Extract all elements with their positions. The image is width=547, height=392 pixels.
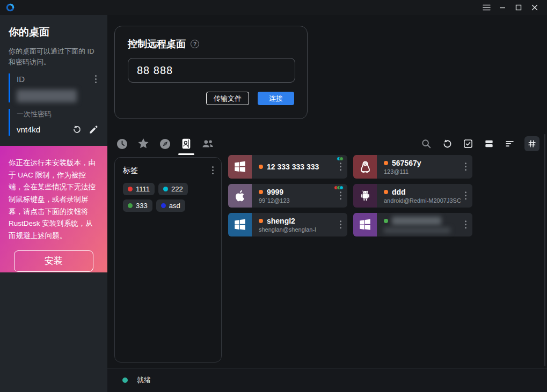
edit-password-icon[interactable] bbox=[89, 124, 99, 135]
tags-menu-icon[interactable] bbox=[210, 165, 216, 176]
peer-status-dot bbox=[384, 190, 388, 194]
linux-os-icon bbox=[353, 155, 377, 179]
peer-menu-icon[interactable] bbox=[338, 219, 344, 230]
peer-username: shenglan@shenglan-l bbox=[259, 226, 316, 233]
tab-favorites[interactable] bbox=[137, 137, 150, 150]
tab-group[interactable] bbox=[201, 137, 214, 150]
multi-select-icon[interactable] bbox=[462, 137, 475, 150]
peers-grid: 12 333 333 333 bbox=[228, 155, 547, 236]
help-icon[interactable]: ? bbox=[191, 40, 199, 48]
tag-chips: 1111 222 333 asd bbox=[123, 183, 216, 212]
peer-name: 9999 bbox=[267, 188, 283, 196]
close-button[interactable] bbox=[527, 0, 543, 15]
main-area: 控制远程桌面 ? 传输文件 连接 bbox=[107, 15, 547, 392]
install-button[interactable]: 安装 bbox=[14, 250, 93, 272]
group-icon bbox=[201, 137, 214, 150]
connect-card: 控制远程桌面 ? 传输文件 连接 bbox=[114, 26, 308, 119]
peer-status-dot bbox=[384, 161, 388, 165]
rustdesk-window: 你的桌面 你的桌面可以通过下面的 ID 和密码访问。 ID 一次性密码 vnt4… bbox=[0, 0, 547, 392]
peer-name-redacted bbox=[392, 217, 441, 225]
peer-menu-icon[interactable] bbox=[463, 190, 469, 201]
tag-color-dot bbox=[128, 203, 133, 208]
tag-chip[interactable]: asd bbox=[156, 199, 185, 212]
sort-icon[interactable] bbox=[504, 137, 516, 150]
minimize-button[interactable] bbox=[494, 0, 510, 15]
peer-name: 567567y bbox=[392, 159, 421, 167]
sidebar-title: 你的桌面 bbox=[9, 25, 99, 39]
peer-username: 123@111 bbox=[384, 168, 421, 175]
transfer-file-button[interactable]: 传输文件 bbox=[206, 92, 249, 105]
tag-color-dot bbox=[128, 187, 133, 191]
tab-address-book[interactable] bbox=[180, 137, 193, 150]
refresh-password-icon[interactable] bbox=[72, 124, 82, 135]
tag-chip[interactable]: 333 bbox=[123, 199, 152, 212]
windows-os-icon bbox=[353, 213, 377, 236]
peer-menu-icon[interactable] bbox=[338, 161, 344, 172]
tag-chip[interactable]: 222 bbox=[158, 183, 188, 195]
peer-name: shengl2 bbox=[267, 217, 295, 225]
tag-label: 333 bbox=[136, 202, 148, 210]
menu-icon[interactable] bbox=[478, 0, 494, 15]
recent-sessions-icon bbox=[116, 138, 128, 150]
tab-recent-sessions[interactable] bbox=[115, 137, 128, 150]
password-value: vnt4kd bbox=[17, 125, 65, 134]
scrollbar[interactable] bbox=[544, 134, 545, 366]
selected-tab-underline bbox=[178, 153, 194, 155]
address-book-icon bbox=[180, 137, 192, 150]
id-section: ID bbox=[9, 73, 99, 102]
windows-os-icon bbox=[228, 155, 252, 179]
tag-color-dot bbox=[161, 203, 166, 208]
rustdesk-logo-icon bbox=[5, 3, 15, 12]
view-grid-icon[interactable] bbox=[524, 136, 539, 151]
view-list-icon[interactable] bbox=[483, 137, 495, 150]
tag-chip[interactable]: 1111 bbox=[123, 183, 155, 195]
peer-card[interactable]: 9999 99`12@123 bbox=[228, 184, 347, 208]
peer-card[interactable]: 567567y 123@111 bbox=[353, 155, 472, 179]
tags-title: 标签 bbox=[123, 166, 138, 175]
tag-label: 1111 bbox=[136, 185, 150, 193]
refresh-icon[interactable] bbox=[441, 137, 454, 150]
discovered-icon bbox=[159, 138, 171, 150]
peer-username: 99`12@123 bbox=[259, 197, 290, 204]
connect-button[interactable]: 连接 bbox=[258, 92, 294, 105]
tabbar bbox=[115, 133, 539, 154]
statusbar: 就绪 bbox=[107, 368, 547, 392]
remote-id-input[interactable] bbox=[128, 58, 295, 83]
peer-card[interactable]: 12 333 333 333 bbox=[228, 155, 347, 179]
sidebar: 你的桌面 你的桌面可以通过下面的 ID 和密码访问。 ID 一次性密码 vnt4… bbox=[0, 15, 107, 392]
connect-card-title: 控制远程桌面 bbox=[128, 38, 186, 50]
peer-card[interactable] bbox=[353, 213, 472, 236]
peer-status-dot bbox=[259, 219, 263, 223]
warning-text: 你正在运行未安装版本，由于 UAC 限制，作为被控端，会在某些情况下无法控制鼠标… bbox=[9, 157, 99, 242]
peer-card[interactable]: ddd android@Redmi-M2007J3SC bbox=[353, 184, 472, 208]
tags-panel: 标签 1111 222 333 asd bbox=[114, 157, 222, 363]
favorites-icon bbox=[137, 137, 150, 150]
titlebar bbox=[0, 0, 547, 15]
android-os-icon bbox=[353, 184, 377, 208]
tag-label: asd bbox=[169, 202, 180, 210]
maximize-button[interactable] bbox=[510, 0, 527, 15]
peer-username-redacted bbox=[384, 227, 450, 233]
connection-status-text: 就绪 bbox=[137, 375, 151, 385]
peer-card[interactable]: shengl2 shenglan@shenglan-l bbox=[228, 213, 347, 236]
peer-name: 12 333 333 333 bbox=[267, 162, 319, 171]
tag-label: 222 bbox=[171, 185, 183, 193]
connection-status-dot bbox=[122, 378, 128, 383]
tag-color-dot bbox=[163, 187, 168, 191]
peers-toolbar bbox=[420, 136, 539, 151]
peer-menu-icon[interactable] bbox=[463, 219, 469, 230]
peer-status-dot bbox=[384, 219, 388, 223]
peer-tag-dots bbox=[338, 157, 344, 161]
warning-panel: 你正在运行未安装版本，由于 UAC 限制，作为被控端，会在某些情况下无法控制鼠标… bbox=[0, 146, 107, 272]
peer-menu-icon[interactable] bbox=[463, 161, 469, 172]
windows-os-icon bbox=[228, 213, 252, 236]
id-menu-icon[interactable] bbox=[93, 73, 99, 85]
peer-status-dot bbox=[259, 165, 263, 169]
search-icon[interactable] bbox=[420, 137, 433, 150]
peer-menu-icon[interactable] bbox=[338, 190, 344, 201]
id-value-redacted bbox=[17, 90, 77, 102]
tab-discovered[interactable] bbox=[158, 137, 171, 150]
password-section: 一次性密码 vnt4kd bbox=[9, 109, 99, 136]
apple-os-icon bbox=[228, 184, 252, 208]
peer-tag-dots bbox=[336, 186, 344, 190]
